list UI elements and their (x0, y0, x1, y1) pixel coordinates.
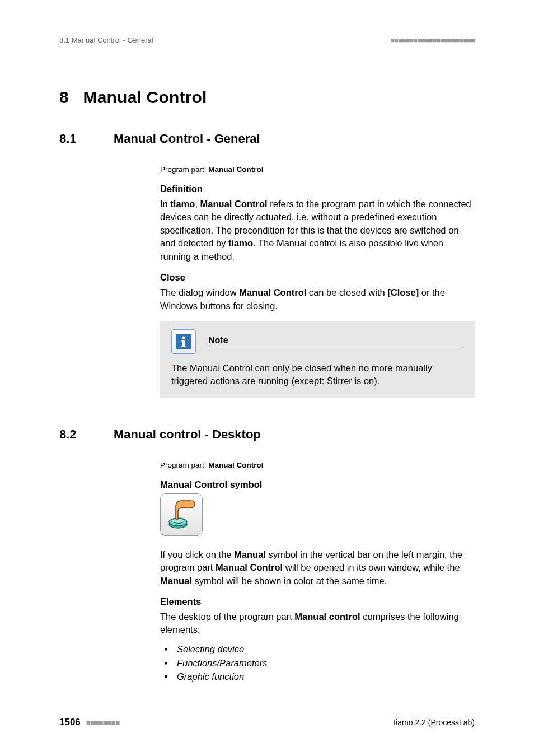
header-decoration: ■■■■■■■■■■■■■■■■■■■■■■ (390, 36, 475, 44)
hand-button-icon (160, 493, 203, 536)
page-footer: 1506 ■■■■■■■■ tiamo 2.2 (ProcessLab) (59, 717, 475, 728)
heading-definition: Definition (160, 184, 475, 194)
svg-rect-3 (181, 340, 184, 341)
svg-point-1 (182, 336, 185, 339)
program-part-label: Program part: (160, 461, 208, 469)
program-part-value: Manual Control (208, 165, 263, 174)
section-number: 8.2 (59, 427, 114, 442)
section-8-1-content: Program part: Manual Control Definition … (160, 165, 475, 398)
program-part-line: Program part: Manual Control (160, 165, 475, 174)
para-definition: In tiamo, Manual Control refers to the p… (160, 198, 475, 263)
para-close: The dialog window Manual Control can be … (160, 286, 475, 312)
footer-decoration: ■■■■■■■■ (86, 718, 120, 727)
section-title: Manual Control - General (114, 132, 260, 146)
svg-rect-4 (181, 346, 186, 347)
program-part-line: Program part: Manual Control (160, 461, 475, 469)
program-part-label: Program part: (160, 165, 208, 174)
note-body: The Manual Control can only be closed wh… (171, 362, 463, 388)
chapter-title-text: Manual Control (83, 88, 207, 106)
note-header: Note (171, 329, 463, 354)
note-title-wrap: Note (208, 335, 463, 347)
list-item: Functions/Parameters (165, 656, 475, 670)
elements-list: Selecting device Functions/Parameters Gr… (160, 642, 475, 684)
footer-right: tiamo 2.2 (ProcessLab) (394, 718, 475, 727)
heading-close: Close (160, 272, 475, 283)
section-heading-8-1: 8.1 Manual Control - General (59, 132, 475, 146)
header-left: 8.1 Manual Control - General (59, 36, 153, 44)
document-page: 8.1 Manual Control - General ■■■■■■■■■■■… (0, 0, 534, 756)
para-elements: The desktop of the program part Manual c… (160, 610, 475, 637)
page-number: 1506 (59, 717, 81, 727)
section-title: Manual control - Desktop (114, 427, 261, 442)
program-part-value: Manual Control (208, 461, 263, 469)
section-heading-8-2: 8.2 Manual control - Desktop (59, 427, 475, 442)
list-item: Graphic function (165, 670, 475, 684)
section-number: 8.1 (59, 132, 114, 146)
list-item: Selecting device (165, 642, 475, 656)
heading-elements: Elements (160, 596, 475, 607)
note-box: Note The Manual Control can only be clos… (160, 321, 475, 398)
info-icon (171, 329, 196, 354)
chapter-number: 8 (59, 88, 69, 106)
chapter-title: 8 Manual Control (59, 88, 475, 107)
para-manual-symbol: If you click on the Manual symbol in the… (160, 548, 475, 587)
heading-manual-control-symbol: Manual Control symbol (160, 479, 475, 490)
section-8-2-content: Program part: Manual Control Manual Cont… (160, 461, 475, 684)
note-title: Note (208, 335, 228, 345)
footer-left: 1506 ■■■■■■■■ (59, 717, 119, 728)
running-header: 8.1 Manual Control - General ■■■■■■■■■■■… (59, 36, 475, 44)
